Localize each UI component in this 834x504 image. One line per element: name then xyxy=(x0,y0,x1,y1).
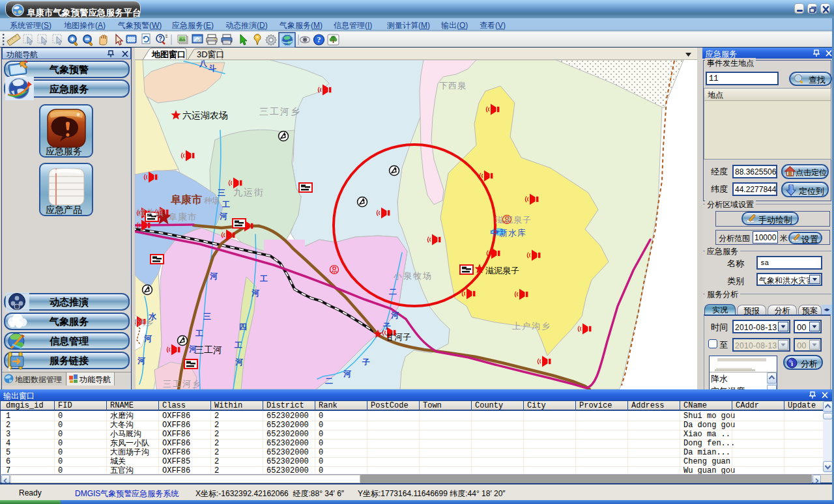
svg-text:工: 工 xyxy=(195,329,203,338)
svg-text:河: 河 xyxy=(235,357,243,367)
svg-text:六运湖农场: 六运湖农场 xyxy=(182,110,228,120)
svg-text:三工河乡: 三工河乡 xyxy=(259,106,301,117)
svg-text:子: 子 xyxy=(362,357,370,367)
svg-text:滋泥泉子: 滋泥泉子 xyxy=(485,266,519,275)
svg-text:河: 河 xyxy=(391,311,399,320)
svg-text:小泉牧场: 小泉牧场 xyxy=(393,271,433,281)
svg-text:河: 河 xyxy=(210,272,218,281)
svg-text:河: 河 xyxy=(144,334,152,343)
svg-text:河: 河 xyxy=(220,212,227,221)
svg-text:3D窗口: 3D窗口 xyxy=(197,49,225,59)
svg-text:河: 河 xyxy=(189,344,197,354)
svg-text:三: 三 xyxy=(203,312,211,321)
svg-text:三工河乡: 三工河乡 xyxy=(163,379,202,389)
svg-text:?: ? xyxy=(158,35,162,42)
svg-text:子: 子 xyxy=(382,322,391,331)
svg-text:河: 河 xyxy=(252,288,259,298)
svg-text:工: 工 xyxy=(222,200,230,209)
svg-text:二: 二 xyxy=(389,287,397,296)
svg-text:斗: 斗 xyxy=(208,64,217,73)
svg-text:三: 三 xyxy=(218,188,225,197)
svg-text:种场: 种场 xyxy=(204,196,220,205)
svg-text:水: 水 xyxy=(148,312,157,321)
svg-text:阜康市: 阜康市 xyxy=(170,193,202,205)
svg-text:?: ? xyxy=(317,35,321,44)
svg-text:河: 河 xyxy=(137,356,145,365)
svg-text:甘河子: 甘河子 xyxy=(386,332,411,342)
svg-text:城关镇: 城关镇 xyxy=(137,208,164,217)
svg-text:河: 河 xyxy=(343,369,351,378)
svg-text:上户沟乡: 上户沟乡 xyxy=(512,321,551,331)
svg-text:下西泉: 下西泉 xyxy=(439,81,467,91)
svg-text:地图窗口: 地图窗口 xyxy=(151,49,186,59)
svg-text:三工河: 三工河 xyxy=(195,344,222,355)
svg-text:工: 工 xyxy=(234,341,242,350)
svg-text:中新水库: 中新水库 xyxy=(490,228,526,238)
svg-text:四: 四 xyxy=(239,322,247,331)
svg-text:工: 工 xyxy=(259,274,268,283)
svg-text:八: 八 xyxy=(199,60,208,68)
svg-text:滋泥泉子: 滋泥泉子 xyxy=(495,215,532,225)
svg-text:二: 二 xyxy=(325,376,333,385)
svg-text:阜康市: 阜康市 xyxy=(168,212,197,222)
svg-text:i: i xyxy=(791,359,793,367)
svg-text:九运街: 九运街 xyxy=(233,187,265,197)
